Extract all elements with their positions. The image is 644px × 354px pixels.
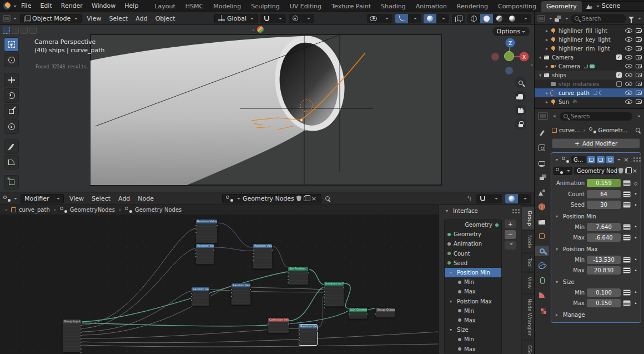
workspace-tab-geometry[interactable]: Geometry [541, 1, 582, 12]
zoom-button[interactable] [515, 77, 526, 88]
value-field-min[interactable]: 7.640 [587, 223, 621, 231]
extras-dot-icon[interactable]: • [633, 202, 638, 208]
tool-measure-button[interactable] [4, 155, 19, 169]
chevron-down-icon[interactable] [617, 159, 621, 162]
properties-tab-particles[interactable] [535, 290, 549, 301]
workspace-tab-rendering[interactable]: Rendering [452, 1, 493, 12]
disclosure-triangle-icon[interactable]: ▸ [544, 46, 550, 51]
input-socket[interactable] [230, 292, 233, 294]
hide-in-viewport-icon[interactable] [625, 99, 632, 104]
gizmos-toggle[interactable] [395, 14, 408, 23]
hide-in-viewport-icon[interactable] [625, 37, 632, 42]
overlays-dropdown[interactable] [518, 194, 531, 203]
workspace-tab-shading[interactable]: Shading [376, 1, 411, 12]
value-field-animation[interactable]: 0.159 [587, 179, 621, 187]
disable-in-renders-icon[interactable] [636, 99, 642, 104]
outliner-item-label[interactable]: ships [552, 72, 566, 78]
subpanel-header[interactable]: ▸Manage [554, 310, 638, 320]
input-socket[interactable] [195, 228, 197, 230]
outliner-item-label[interactable]: Camera [552, 54, 573, 61]
input-socket[interactable] [195, 231, 197, 233]
overlays-toggle[interactable] [424, 14, 436, 23]
show-object-types[interactable] [367, 14, 380, 23]
properties-tab-object[interactable] [535, 231, 549, 242]
tool-cursor-button[interactable] [4, 53, 19, 67]
node-group-input[interactable]: Group Input [62, 319, 82, 352]
snap-settings[interactable] [273, 14, 286, 23]
input-socket[interactable] [230, 288, 233, 291]
node-tree-name-field[interactable]: Geometry Nod... [574, 167, 617, 174]
input-socket[interactable] [190, 292, 193, 295]
add-socket-button[interactable]: + [505, 220, 516, 228]
hide-in-viewport-icon[interactable] [625, 73, 632, 77]
interface-item-position-min[interactable]: ▾Position Min [445, 268, 501, 277]
value-field-seed[interactable]: 30 [587, 201, 621, 209]
value-field-count[interactable]: 64 [587, 190, 621, 198]
hide-in-viewport-icon[interactable] [625, 91, 632, 95]
shading-solid[interactable] [480, 14, 493, 23]
input-socket[interactable] [252, 252, 254, 255]
proportional-edit-toggle[interactable] [289, 14, 301, 23]
menu-add[interactable]: Add [114, 195, 134, 202]
animate-property-icon[interactable] [623, 290, 631, 296]
tool-select-box-button[interactable] [4, 37, 19, 52]
menu-window[interactable]: Window [87, 2, 120, 9]
input-socket[interactable] [190, 296, 193, 298]
interface-item-geometry[interactable]: Geometry [445, 230, 501, 239]
menu-view[interactable]: View [83, 15, 105, 22]
interface-item-geometry[interactable]: Geometry [445, 220, 501, 230]
extras-dot-icon[interactable]: • [633, 290, 638, 295]
input-socket[interactable] [195, 256, 197, 258]
drag-grip-icon[interactable] [512, 209, 514, 211]
input-socket[interactable] [287, 275, 289, 277]
tool-scale-button[interactable] [4, 104, 19, 118]
output-socket[interactable] [316, 330, 318, 332]
exclude-checkbox[interactable]: ✓ [616, 54, 622, 60]
menu-node[interactable]: Node [134, 195, 158, 202]
interface-panel-title[interactable]: Interface [453, 208, 478, 214]
output-socket[interactable] [216, 225, 218, 227]
scene-name[interactable]: Scene [602, 2, 642, 9]
transform-orientation[interactable]: Global [214, 14, 258, 23]
input-socket[interactable] [323, 300, 325, 302]
select-mode-lasso-icon[interactable] [29, 27, 37, 34]
input-socket[interactable] [348, 313, 350, 315]
input-socket[interactable] [195, 249, 197, 251]
node-join-geometry[interactable]: Join Geometry [349, 307, 368, 319]
input-socket[interactable] [252, 256, 254, 258]
object-types-dropdown[interactable] [380, 14, 393, 23]
outliner-filter-id-icon[interactable] [555, 16, 561, 22]
menu-add[interactable]: Add [132, 15, 151, 22]
output-socket[interactable] [80, 328, 82, 330]
collection-widget[interactable]: › [251, 26, 264, 33]
output-socket[interactable] [288, 323, 290, 325]
exclude-checkbox[interactable] [616, 81, 622, 87]
sidebar-tab-view[interactable]: View [522, 273, 534, 292]
properties-tab-scene[interactable] [535, 187, 549, 197]
pan-button[interactable] [515, 91, 526, 102]
extras-dot-icon[interactable]: • [633, 301, 638, 306]
disable-in-renders-icon[interactable] [636, 55, 642, 59]
outliner-row[interactable]: ▸curve_path [535, 88, 644, 97]
input-socket[interactable] [230, 295, 233, 297]
properties-tab-world[interactable] [535, 202, 549, 212]
animate-property-icon[interactable] [623, 191, 631, 197]
remove-socket-button[interactable]: − [505, 230, 516, 239]
subpanel-header[interactable]: ▾Size [554, 277, 638, 287]
workspace-tab-layout[interactable]: Layout [149, 1, 180, 12]
mode-selector[interactable]: Object Mode [20, 14, 82, 23]
outliner-row[interactable]: ship_instances [535, 79, 644, 88]
properties-tab-output[interactable] [535, 157, 549, 168]
output-socket[interactable] [80, 348, 82, 350]
outliner-item-label[interactable]: highliner_rim_light [559, 46, 610, 52]
input-socket[interactable] [287, 272, 289, 274]
outliner-search-input[interactable]: Search [571, 14, 626, 23]
hide-in-viewport-icon[interactable] [625, 28, 632, 33]
editor-type-icon[interactable] [538, 112, 548, 120]
shading-wireframe[interactable] [467, 14, 480, 23]
disclosure-triangle-icon[interactable]: ▸ [544, 37, 550, 42]
path-item[interactable]: Geometry Nodes [135, 207, 182, 213]
add-modifier-button[interactable]: + Add Modifier [552, 138, 640, 148]
copy-tree-icon[interactable] [625, 168, 630, 173]
outliner-row[interactable]: ▾ships✓ [535, 71, 644, 79]
